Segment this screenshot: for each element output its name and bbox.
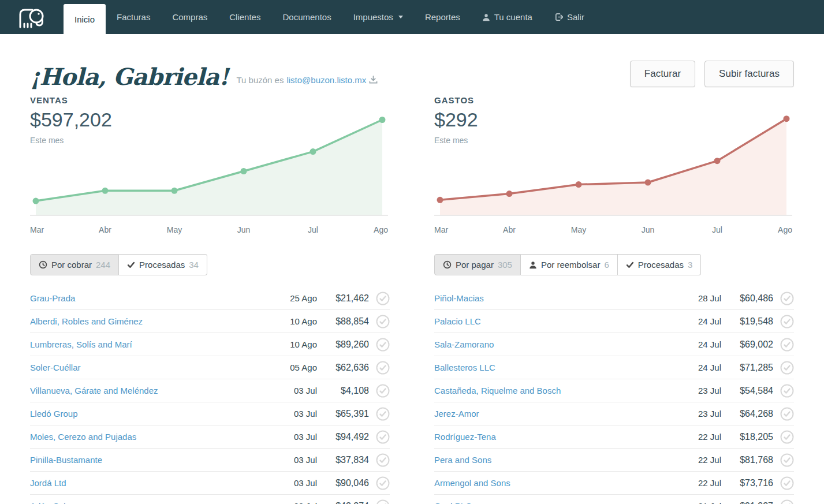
expenses-tab-por-pagar[interactable]: Por pagar305 [434,254,521,275]
nav-item-label: Tu cuenta [494,12,532,22]
check-circle-icon[interactable] [780,476,794,490]
row-amount: $81,768 [721,455,773,465]
company-link[interactable]: Armengol and Sons [434,478,658,488]
check-circle-icon[interactable] [376,315,390,328]
table-row: Grau-Prada25 Ago$21,462 [30,287,390,310]
x-axis-label: Abr [503,225,516,234]
buzon-line: Tu buzón es listo@buzon.listo.mx [236,75,378,92]
company-link[interactable]: Pinilla-Bustamante [30,455,253,465]
row-amount: $65,391 [317,409,369,419]
facturar-button[interactable]: Facturar [630,61,695,87]
nav-item-salir[interactable]: Salir [543,0,595,34]
company-link[interactable]: Castañeda, Riquelme and Bosch [434,386,658,395]
check-circle-icon[interactable] [780,292,794,305]
nav-item-compras[interactable]: Compras [161,0,218,34]
table-row: Lumbreras, Solís and Marí10 Ago$89,260 [30,333,390,356]
company-link[interactable]: Moles, Cerezo and Pujadas [30,432,253,442]
tab-count: 3 [688,260,692,270]
nav-item-tu-cuenta[interactable]: Tu cuenta [471,0,543,34]
expenses-title: GASTOS [434,95,478,105]
company-link[interactable]: Pera and Sons [434,455,658,465]
table-row: Lledó Group03 Jul$65,391 [30,402,390,425]
company-link[interactable]: Rodríguez-Tena [434,432,658,442]
expenses-tab-procesadas[interactable]: Procesadas3 [618,254,702,275]
expenses-table: Piñol-Macias28 Jul$60,486Palacio LLC24 J… [434,287,794,504]
company-link[interactable]: Piñol-Macias [434,293,658,303]
row-date: 22 Jul [658,432,721,442]
company-link[interactable]: Lledó Group [30,409,253,419]
check-circle-icon[interactable] [780,430,794,444]
company-link[interactable]: Alberdi, Robles and Giménez [30,316,253,326]
sales-tab-por-cobrar[interactable]: Por cobrar244 [30,254,119,275]
company-link[interactable]: Lumbreras, Solís and Marí [30,339,253,349]
x-axis-label: Jun [642,225,655,234]
tab-label: Procesadas [638,260,684,270]
nav-item-facturas[interactable]: Facturas [106,0,161,34]
row-amount: $19,548 [721,316,773,327]
table-row: Sala-Zamorano24 Jul$69,002 [434,333,794,356]
x-axis-label: Mar [30,225,44,234]
check-circle-icon[interactable] [780,384,794,398]
download-icon[interactable] [369,76,378,84]
check-circle-icon[interactable] [376,384,390,398]
check-circle-icon[interactable] [376,407,390,421]
company-link[interactable]: Gual PLC [434,501,658,504]
header-row: ¡Hola, Gabriela! Tu buzón es listo@buzon… [30,34,794,92]
nav-item-impuestos[interactable]: Impuestos [342,0,414,34]
x-axis-label: May [571,225,586,234]
check-circle-icon[interactable] [376,453,390,467]
row-date: 03 Jul [253,478,317,488]
subir-facturas-button[interactable]: Subir facturas [704,61,794,87]
check-circle-icon[interactable] [780,361,794,375]
company-link[interactable]: Jerez-Amor [434,409,658,419]
nav-item-reportes[interactable]: Reportes [414,0,471,34]
nav-item-documentos[interactable]: Documentos [271,0,342,34]
elephant-icon [17,5,47,29]
check-circle-icon[interactable] [376,338,390,352]
table-row: Castañeda, Riquelme and Bosch23 Jul$54,5… [434,379,794,402]
check-circle-icon[interactable] [780,499,794,504]
sales-period: Este mes [30,136,112,145]
nav-item-label: Clientes [229,12,260,22]
company-link[interactable]: Adán-Salas [30,501,253,504]
company-link[interactable]: Jordá Ltd [30,478,253,488]
check-circle-icon[interactable] [780,407,794,421]
row-amount: $37,834 [317,455,369,465]
nav-item-label: Facturas [117,12,150,22]
sales-title: VENTAS [30,95,112,105]
row-amount: $4,108 [317,386,369,396]
row-amount: $64,268 [721,409,773,419]
company-link[interactable]: Sala-Zamorano [434,339,658,349]
nav-items: InicioFacturasComprasClientesDocumentosI… [64,0,595,34]
listo-elephant-logo[interactable] [0,0,64,34]
nav-item-clientes[interactable]: Clientes [218,0,271,34]
company-link[interactable]: Soler-Cuéllar [30,363,253,372]
row-amount: $89,260 [317,339,369,350]
check-circle-icon[interactable] [376,499,390,504]
tab-label: Por reembolsar [541,260,601,270]
expenses-chart-x-labels: MarAbrMayJunJulAgo [434,225,792,236]
company-link[interactable]: Grau-Prada [30,293,253,303]
row-date: 05 Ago [253,363,317,372]
row-amount: $42,274 [317,501,369,504]
nav-item-label: Inicio [74,14,95,24]
nav-item-inicio[interactable]: Inicio [64,4,106,34]
check-circle-icon[interactable] [376,476,390,490]
sales-tabs: Por cobrar244Procesadas34 [30,254,390,275]
clock-icon [39,260,47,269]
company-link[interactable]: Villanueva, Gárate and Meléndez [30,386,253,395]
company-link[interactable]: Ballesteros LLC [434,363,658,372]
check-circle-icon[interactable] [376,292,390,305]
check-circle-icon[interactable] [376,430,390,444]
row-date: 10 Ago [253,339,317,349]
check-circle-icon[interactable] [376,361,390,375]
sales-tab-procesadas[interactable]: Procesadas34 [119,254,207,275]
row-amount: $62,636 [317,363,369,373]
company-link[interactable]: Palacio LLC [434,316,658,326]
check-circle-icon[interactable] [780,338,794,352]
check-circle-icon[interactable] [780,453,794,467]
expenses-tab-por-reembolsar[interactable]: Por reembolsar6 [521,254,618,275]
check-circle-icon[interactable] [780,315,794,328]
expenses-period: Este mes [434,136,478,145]
buzon-email-link[interactable]: listo@buzon.listo.mx [286,75,366,85]
